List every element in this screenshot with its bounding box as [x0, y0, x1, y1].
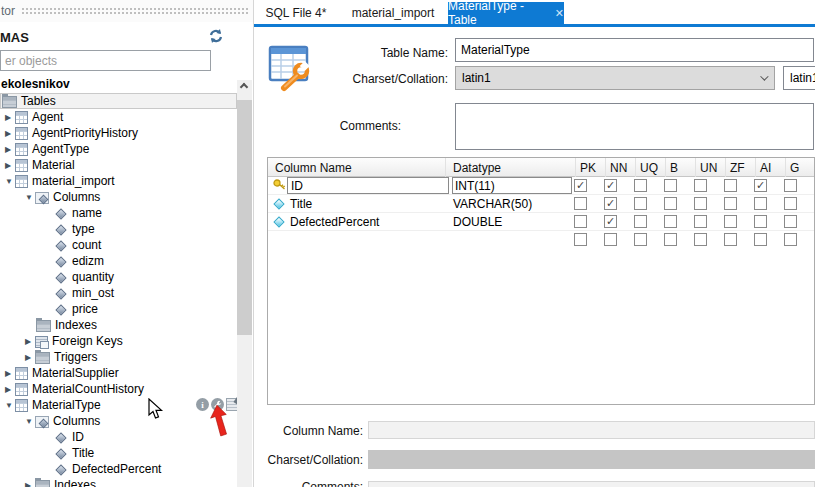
- checkbox-un[interactable]: [694, 179, 707, 192]
- checkbox-zf[interactable]: [724, 233, 737, 246]
- chevron-down-icon[interactable]: ▼: [4, 177, 15, 186]
- tab-sql-file[interactable]: SQL File 4*: [254, 2, 338, 24]
- info-icon[interactable]: i: [196, 398, 209, 411]
- checkbox-b[interactable]: [664, 233, 677, 246]
- refresh-icon[interactable]: [207, 27, 225, 45]
- grid-row-defectedpercent[interactable]: DefectedPercent DOUBLE: [268, 213, 815, 231]
- chevron-down-icon[interactable]: ▼: [4, 401, 15, 410]
- tree-item-table[interactable]: ▶AgentType: [0, 141, 237, 157]
- column-name-cell[interactable]: DefectedPercent: [287, 213, 446, 231]
- tree-item-triggers[interactable]: ▶Triggers: [0, 349, 237, 365]
- tree-item-column[interactable]: price: [0, 301, 237, 317]
- grid-row-new[interactable]: [268, 231, 815, 249]
- header-un[interactable]: UN: [696, 158, 726, 177]
- tree-item-column[interactable]: edizm: [0, 253, 237, 269]
- tree-item-column[interactable]: type: [0, 221, 237, 237]
- table-name-input[interactable]: [455, 38, 814, 62]
- collation-dropdown[interactable]: latin1_: [783, 66, 815, 90]
- header-column-name[interactable]: Column Name: [268, 158, 446, 177]
- grid-row-id[interactable]: ID INT(11): [268, 177, 815, 195]
- checkbox-un[interactable]: [694, 233, 707, 246]
- header-pk[interactable]: PK: [576, 158, 606, 177]
- checkbox-b[interactable]: [664, 179, 677, 192]
- checkbox-zf[interactable]: [724, 215, 737, 228]
- chevron-right-icon[interactable]: ▶: [4, 385, 15, 394]
- checkbox-uq[interactable]: [634, 179, 647, 192]
- datatype-cell[interactable]: INT(11): [452, 177, 572, 194]
- checkbox-un[interactable]: [694, 197, 707, 210]
- column-name-field[interactable]: [368, 421, 815, 439]
- chevron-down-icon[interactable]: ▼: [24, 417, 35, 426]
- tree-scrollbar[interactable]: [237, 80, 252, 487]
- checkbox-zf[interactable]: [724, 197, 737, 210]
- header-b[interactable]: B: [666, 158, 696, 177]
- chevron-right-icon[interactable]: ▶: [24, 337, 35, 346]
- tree-item-columns[interactable]: ▼Columns: [0, 189, 237, 205]
- chevron-right-icon[interactable]: ▶: [24, 353, 35, 362]
- checkbox-g[interactable]: [784, 233, 797, 246]
- checkbox-ai[interactable]: [754, 215, 767, 228]
- checkbox-pk[interactable]: [574, 233, 587, 246]
- checkbox-ai[interactable]: [754, 197, 767, 210]
- tree-item-indexes[interactable]: ▶Indexes: [0, 477, 237, 487]
- tree-item-tables[interactable]: Tables: [0, 93, 237, 109]
- close-icon[interactable]: ✕: [555, 7, 564, 20]
- checkbox-ai[interactable]: [754, 233, 767, 246]
- scrollbar-thumb[interactable]: [237, 100, 252, 335]
- tree-item-column[interactable]: ID: [0, 429, 237, 445]
- checkbox-ai[interactable]: [754, 179, 767, 192]
- scroll-up-icon[interactable]: [240, 83, 248, 91]
- checkbox-nn[interactable]: [604, 197, 617, 210]
- comments-textarea[interactable]: [455, 103, 814, 150]
- chevron-right-icon[interactable]: ▶: [24, 481, 35, 487]
- tree-item-indexes[interactable]: Indexes: [0, 317, 237, 333]
- tree-item-column[interactable]: Title: [0, 445, 237, 461]
- checkbox-uq[interactable]: [634, 233, 647, 246]
- checkbox-zf[interactable]: [724, 179, 737, 192]
- tree-item-table[interactable]: ▶MaterialCountHistory: [0, 381, 237, 397]
- checkbox-g[interactable]: [784, 179, 797, 192]
- column-name-cell[interactable]: Title: [287, 195, 446, 213]
- column-comments-field[interactable]: [368, 481, 815, 487]
- tab-material-import[interactable]: material_import: [338, 2, 448, 24]
- checkbox-b[interactable]: [664, 215, 677, 228]
- datatype-cell[interactable]: VARCHAR(50): [451, 195, 573, 213]
- checkbox-b[interactable]: [664, 197, 677, 210]
- tree-item-column[interactable]: quantity: [0, 269, 237, 285]
- checkbox-nn[interactable]: [604, 179, 617, 192]
- charset-dropdown[interactable]: latin1: [455, 66, 775, 90]
- checkbox-g[interactable]: [784, 215, 797, 228]
- header-datatype[interactable]: Datatype: [446, 158, 576, 177]
- checkbox-pk[interactable]: [574, 179, 587, 192]
- tree-item-column[interactable]: DefectedPercent: [0, 461, 237, 477]
- checkbox-uq[interactable]: [634, 215, 647, 228]
- column-charset-field[interactable]: [368, 450, 815, 469]
- tree-item-table[interactable]: ▶Material: [0, 157, 237, 173]
- header-zf[interactable]: ZF: [726, 158, 756, 177]
- tree-item-table[interactable]: ▶AgentPriorityHistory: [0, 125, 237, 141]
- checkbox-nn[interactable]: [604, 233, 617, 246]
- chevron-down-icon[interactable]: ▼: [24, 193, 35, 202]
- header-nn[interactable]: NN: [606, 158, 636, 177]
- checkbox-un[interactable]: [694, 215, 707, 228]
- chevron-right-icon[interactable]: ▶: [4, 369, 15, 378]
- checkbox-pk[interactable]: [574, 215, 587, 228]
- chevron-right-icon[interactable]: ▶: [4, 129, 15, 138]
- tree-item-column[interactable]: count: [0, 237, 237, 253]
- wrench-icon[interactable]: [211, 398, 224, 411]
- header-ai[interactable]: AI: [756, 158, 786, 177]
- checkbox-pk[interactable]: [574, 197, 587, 210]
- datatype-cell[interactable]: DOUBLE: [451, 213, 573, 231]
- checkbox-uq[interactable]: [634, 197, 647, 210]
- checkbox-g[interactable]: [784, 197, 797, 210]
- tree-item-table[interactable]: ▶Agent: [0, 109, 237, 125]
- filter-objects-input[interactable]: [0, 50, 211, 71]
- header-g[interactable]: G: [786, 158, 815, 177]
- tree-item-table[interactable]: ▶MaterialSupplier: [0, 365, 237, 381]
- tab-materialtype-table[interactable]: MaterialType - Table ✕: [448, 2, 564, 24]
- tree-item-column[interactable]: name: [0, 205, 237, 221]
- header-uq[interactable]: UQ: [636, 158, 666, 177]
- tree-item-table[interactable]: ▼material_import: [0, 173, 237, 189]
- chevron-right-icon[interactable]: ▶: [4, 161, 15, 170]
- checkbox-nn[interactable]: [604, 215, 617, 228]
